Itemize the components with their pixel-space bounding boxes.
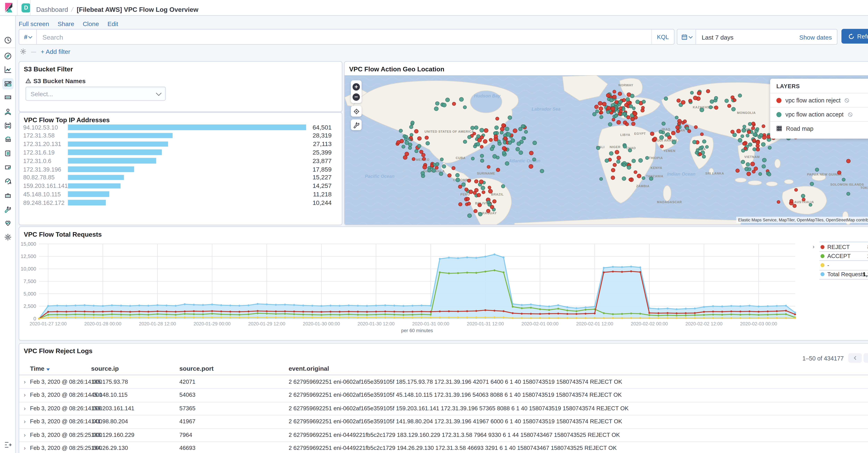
map-tools-button[interactable] <box>351 119 362 130</box>
svg-text:2020-02-01 00:00: 2020-02-01 00:00 <box>522 321 559 326</box>
accept-dot <box>690 91 693 94</box>
sidebar-item-management-gear[interactable] <box>2 232 13 243</box>
clone-button[interactable]: Clone <box>83 20 99 27</box>
reject-dot <box>681 100 685 104</box>
sidebar-item-apm-app[interactable] <box>2 162 13 173</box>
edit-button[interactable]: Edit <box>107 20 118 27</box>
legend-item-reject[interactable]: REJECT863 <box>819 242 868 252</box>
page-title: [Filebeat AWS] VPC Flow Log Overview <box>77 6 198 13</box>
sidebar-item-recent-clock[interactable] <box>2 35 13 46</box>
expand-row-chevron-icon[interactable]: › <box>24 392 26 398</box>
reject-dot <box>513 129 517 133</box>
refresh-button[interactable]: Refresh <box>841 29 868 43</box>
layer-row-3[interactable]: Road map <box>770 121 868 135</box>
sidebar-item-siem-app[interactable] <box>2 190 13 201</box>
expand-row-chevron-icon[interactable]: › <box>24 405 26 411</box>
ip-bar[interactable] <box>68 183 121 188</box>
ip-bar[interactable] <box>68 175 124 180</box>
ip-bar[interactable] <box>68 167 134 172</box>
accept-dot <box>709 105 712 109</box>
accept-dot <box>628 149 632 152</box>
ip-bar[interactable] <box>68 200 106 205</box>
saved-query-menu-button[interactable]: # <box>19 29 37 44</box>
table-row[interactable]: ›Feb 3, 2020 @ 08:26:14.000141.98.80.204… <box>19 415 868 428</box>
expand-row-chevron-icon[interactable]: › <box>24 445 26 451</box>
expand-row-chevron-icon[interactable]: › <box>24 418 26 425</box>
logs-app-icon <box>4 150 12 157</box>
accept-dot <box>609 152 613 155</box>
table-row[interactable]: ›Feb 3, 2020 @ 08:26:14.00045.148.10.115… <box>19 388 868 402</box>
ip-bar[interactable] <box>68 141 168 147</box>
next-page-button[interactable] <box>864 353 868 363</box>
sidebar-item-dashboard-app[interactable] <box>2 78 13 89</box>
kql-toggle-button[interactable]: KQL <box>651 29 674 44</box>
sidebar-item-machine-learning-app[interactable] <box>2 120 13 131</box>
ip-bar[interactable] <box>68 191 110 197</box>
refresh-icon <box>848 33 854 39</box>
legend-item-total-requests[interactable]: Total Requests1,226 <box>819 270 868 279</box>
sidebar-item-logs-app[interactable] <box>2 148 13 159</box>
cell-event-original: 2 627959692251 eni-0602af165e359105f 45.… <box>288 392 622 398</box>
filter-settings-gear-icon[interactable] <box>20 48 27 55</box>
prev-page-button[interactable] <box>848 353 862 363</box>
table-row[interactable]: ›Feb 3, 2020 @ 08:25:25.000194.26.29.130… <box>19 441 868 453</box>
fit-to-data-button[interactable] <box>351 106 362 117</box>
column-header-source-port[interactable]: source.port <box>179 365 214 372</box>
reject-dot <box>612 118 615 121</box>
reject-dot <box>397 141 400 144</box>
expand-row-chevron-icon[interactable]: › <box>24 379 26 385</box>
ip-bar[interactable] <box>68 158 156 163</box>
layer-row-2[interactable]: vpc flow action accept <box>770 107 868 121</box>
reject-dot <box>467 202 471 205</box>
zoom-out-button[interactable]: − <box>352 93 360 100</box>
add-filter-button[interactable]: + Add filter <box>41 48 70 55</box>
sidebar-item-metrics-app[interactable] <box>2 134 13 145</box>
column-header-Time[interactable]: Time <box>30 365 50 372</box>
map-attribution[interactable]: Elastic Maps Service, MapTiler, OpenMapT… <box>736 217 868 223</box>
ip-bar[interactable] <box>68 133 173 138</box>
sidebar-item-visualize-chart[interactable] <box>2 64 13 75</box>
ip-bar-value: 23,877 <box>298 157 332 164</box>
ip-bar-value: 10,244 <box>298 199 332 206</box>
dashboard-badge[interactable]: D <box>22 3 31 12</box>
sidebar-item-discover-compass[interactable] <box>2 50 13 61</box>
world-map[interactable]: Hudson BayLabrador SeaPacific OceanAtlan… <box>345 76 868 225</box>
search-input[interactable]: Search <box>37 32 651 42</box>
ip-bar-label: 172.31.6.19 <box>23 149 55 156</box>
calendar-menu-button[interactable] <box>677 29 696 44</box>
accept-dot <box>622 108 625 111</box>
column-header-source-ip[interactable]: source.ip <box>91 365 119 372</box>
expand-row-chevron-icon[interactable]: › <box>24 432 26 438</box>
legend-item--[interactable]: -110 <box>819 261 868 270</box>
share-button[interactable]: Share <box>58 20 74 27</box>
table-row[interactable]: ›Feb 3, 2020 @ 08:25:25.000183.129.160.2… <box>19 428 868 441</box>
zoom-in-button[interactable]: + <box>352 83 360 90</box>
sidebar-item-canvas-app[interactable] <box>2 92 13 103</box>
ip-bar[interactable] <box>68 124 306 130</box>
sidebar-item-maps-app[interactable] <box>2 106 13 117</box>
accept-dot <box>642 100 646 103</box>
s3-bucket-select[interactable]: Select... <box>26 87 166 101</box>
sidebar-item-dev-tools-app[interactable] <box>2 204 13 215</box>
table-row[interactable]: ›Feb 3, 2020 @ 08:26:14.000159.203.161.1… <box>19 402 868 415</box>
full-screen-button[interactable]: Full screen <box>19 20 49 27</box>
cell-source-port: 46693 <box>179 445 195 451</box>
total-requests-chart[interactable]: 02,5005,0007,50010,00012,50015,0002020-0… <box>19 227 868 340</box>
accept-dot <box>517 142 521 146</box>
sidebar-item-uptime-app[interactable] <box>2 176 13 187</box>
ip-bar-value: 27,113 <box>298 141 332 147</box>
layer-row-1[interactable]: vpc flow action reject <box>770 93 868 107</box>
kibana-logo-icon[interactable] <box>4 3 14 12</box>
cell-event-original: 2 627959692251 eni-0602af165e359105f 159… <box>288 405 629 411</box>
show-dates-button[interactable]: Show dates <box>799 32 837 42</box>
ip-bar[interactable] <box>68 150 162 155</box>
sidebar-item-stack-monitoring-app[interactable] <box>2 217 13 229</box>
legend-item-accept[interactable]: ACCEPT253 <box>819 251 868 261</box>
legend-collapse-chevron[interactable]: › <box>813 243 814 250</box>
breadcrumb-dashboard-link[interactable]: Dashboard <box>36 6 68 13</box>
collapse-sidebar-icon[interactable] <box>2 439 13 450</box>
time-range-display[interactable]: Last 7 days <box>696 32 799 42</box>
accept-dot <box>505 127 509 131</box>
table-row[interactable]: ›Feb 3, 2020 @ 08:26:14.000185.175.93.78… <box>19 375 868 388</box>
column-header-event-original[interactable]: event.original <box>288 365 329 372</box>
